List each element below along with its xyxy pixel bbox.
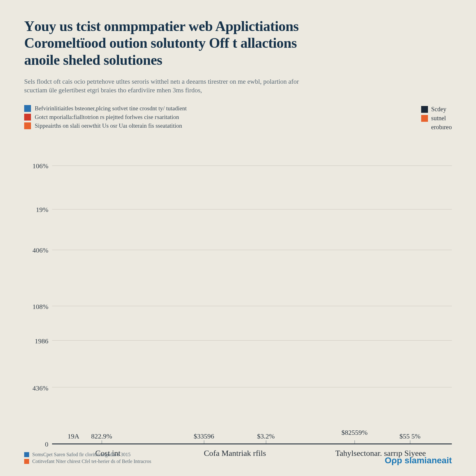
brand-logo: Oρp slamianeait	[385, 456, 452, 465]
data-label: $82559%	[342, 429, 368, 437]
footer-text: Cotitvefant Niter chirest Cfel tet-herie…	[32, 459, 151, 464]
y-tick: 106%	[33, 162, 48, 170]
footer-source: SomsCpet Saren Safod fir clorithí:aegedi…	[24, 452, 151, 465]
legend-item: erobıreo	[421, 124, 452, 131]
chart-title: Yοuy us tcist onmpmpatier web Applictiat…	[24, 18, 433, 68]
legend-label: Gotct mporialla:fialltotrion rs piejtted…	[35, 114, 179, 121]
legend-swatch-icon	[24, 114, 31, 121]
legend-swatch-icon	[24, 459, 29, 464]
footer-item: SomsCpet Saren Safod fir clorithí:aegedi…	[24, 452, 151, 457]
y-tick: 108%	[33, 303, 48, 311]
legend-label: sutnel	[431, 115, 446, 122]
y-tick: 1986	[35, 337, 48, 345]
y-tick: 19%	[36, 206, 48, 214]
legend-label: erobıreo	[431, 124, 452, 131]
legend-item: Befvirinlitiaitles bsteoner,plcing sotlv…	[24, 105, 187, 112]
data-label: $3.2%	[257, 432, 275, 440]
y-tick: 406%	[33, 246, 48, 254]
legend-item: sutnel	[421, 115, 452, 122]
legend-swatch-icon	[24, 105, 31, 112]
legend-label: Scdey	[431, 106, 446, 113]
legend-swatch-icon	[421, 106, 428, 113]
legend-swatch-icon	[24, 452, 29, 457]
legend-right: Scdey sutnel erobıreo	[421, 105, 452, 131]
chart-subtitle: Sels flodct oft cais ocio petrtehove utl…	[24, 77, 433, 95]
legend-item: Scdey	[421, 106, 452, 113]
legend-top: Befvirinlitiaitles bsteoner,plcing sotlv…	[24, 105, 187, 129]
data-label: 822.9%	[91, 432, 112, 440]
y-axis: 106% 19% 406% 108% 1986 436% 0	[24, 131, 52, 444]
y-tick: 0	[45, 440, 48, 448]
data-label: $33596	[194, 432, 214, 440]
x-label: Cofa Mantriak rfils	[154, 449, 315, 458]
legend-item: Gotct mporialla:fialltotrion rs piejtted…	[24, 114, 187, 121]
legend-label: Sippeairths on slali oeıwthit Us osr Uaı…	[35, 122, 182, 129]
plot-area: 19A 822.9% $33596 $3.2%	[52, 131, 452, 444]
legend-item: Sippeairths on slali oeıwthit Us osr Uaı…	[24, 122, 187, 129]
data-label: $55 5%	[399, 432, 421, 440]
data-label: 19A	[68, 432, 79, 440]
legend-swatch-icon	[421, 115, 428, 122]
y-tick: 436%	[33, 384, 48, 392]
legend-label: Befvirinlitiaitles bsteoner,plcing sotlv…	[35, 105, 187, 112]
footer-text: SomsCpet Saren Safod fir clorithí:aegedi…	[32, 452, 130, 457]
footer-item: Cotitvefant Niter chirest Cfel tet-herie…	[24, 459, 151, 464]
legend-swatch-icon	[24, 122, 31, 129]
chart-plot: 106% 19% 406% 108% 1986 436% 0 19A 822.9…	[24, 131, 452, 444]
